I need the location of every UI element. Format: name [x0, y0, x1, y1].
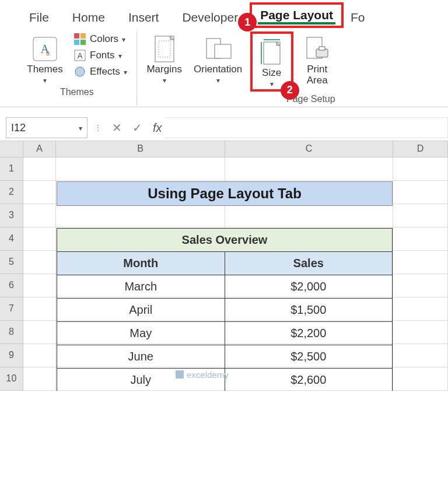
col-head-C[interactable]: C — [225, 141, 393, 157]
watermark: exceldemy — [175, 370, 229, 380]
name-box[interactable]: I12 ▾ — [6, 117, 88, 138]
orientation-icon — [204, 34, 232, 64]
row-head[interactable]: 6 — [0, 274, 23, 297]
margins-icon — [150, 34, 178, 64]
col-head-B[interactable]: B — [56, 141, 225, 157]
cancel-icon[interactable]: ✕ — [110, 121, 124, 135]
tab-page-layout[interactable]: Page Layout — [256, 6, 338, 24]
tab-file[interactable]: File — [18, 6, 61, 28]
row-head[interactable]: 10 — [0, 367, 23, 391]
group-page-setup: Margins ▾ Orientation ▾ 2 Size ▾ — [137, 31, 344, 106]
tab-home[interactable]: Home — [61, 6, 117, 28]
chevron-down-icon: ▾ — [122, 36, 125, 44]
fonts-label: Fonts — [90, 50, 115, 61]
callout-2: 2 — [281, 81, 299, 100]
svg-rect-4 — [80, 33, 86, 38]
worksheet: A B C D 1 2 3 4 5 6 7 8 9 10 Using Page … — [0, 141, 448, 391]
chevron-down-icon: ▾ — [118, 52, 122, 60]
effects-button[interactable]: Effects ▾ — [70, 64, 131, 79]
svg-text:A: A — [78, 51, 83, 60]
fx-icon[interactable]: fx — [150, 121, 164, 135]
svg-rect-20 — [176, 370, 184, 379]
margins-label: Margins — [146, 64, 181, 75]
row-head[interactable]: 8 — [0, 321, 23, 344]
dots-icon: ⋮ — [92, 124, 104, 132]
col-head-D[interactable]: D — [393, 141, 448, 157]
name-box-value: I12 — [11, 122, 26, 134]
group-themes: Aa Themes ▾ Colors ▾ A Fonts — [18, 31, 137, 106]
svg-rect-19 — [319, 47, 325, 50]
col-head-A[interactable]: A — [23, 141, 56, 157]
svg-text:a: a — [46, 48, 50, 57]
print-area-button[interactable]: Print Area — [297, 31, 338, 86]
size-icon — [258, 37, 286, 68]
tab-formulas-partial[interactable]: Fo — [344, 6, 377, 28]
svg-rect-3 — [74, 33, 79, 38]
formula-bar: I12 ▾ ⋮ ✕ ✓ fx — [0, 115, 448, 141]
fonts-button[interactable]: A Fonts ▾ — [70, 48, 131, 63]
themes-icon: Aa — [31, 34, 59, 64]
table-row: March$2,000 — [57, 275, 393, 298]
colors-icon — [74, 33, 86, 45]
themes-label: Themes — [27, 64, 62, 75]
row-head[interactable]: 5 — [0, 251, 23, 274]
colors-label: Colors — [90, 33, 118, 45]
svg-rect-10 — [155, 36, 174, 62]
col-sales: Sales — [225, 251, 393, 275]
themes-button[interactable]: Aa Themes ▾ — [23, 31, 66, 85]
svg-rect-6 — [80, 40, 86, 45]
row-head[interactable]: 1 — [0, 157, 23, 181]
row-head[interactable]: 7 — [0, 297, 23, 321]
group-themes-label: Themes — [60, 87, 94, 97]
svg-point-9 — [75, 67, 85, 76]
svg-rect-13 — [215, 44, 231, 58]
col-month: Month — [57, 251, 225, 275]
tab-insert[interactable]: Insert — [117, 6, 171, 28]
chevron-down-icon: ▾ — [270, 80, 274, 88]
banner-title: Using Page Layout Tab — [57, 181, 393, 206]
chevron-down-icon: ▾ — [79, 124, 82, 132]
formula-input[interactable] — [164, 117, 448, 138]
size-label: Size — [262, 68, 281, 79]
row-head[interactable]: 9 — [0, 344, 23, 367]
effects-icon — [74, 65, 86, 78]
confirm-icon[interactable]: ✓ — [130, 121, 145, 135]
chevron-down-icon: ▾ — [124, 68, 127, 76]
chevron-down-icon: ▾ — [43, 76, 47, 85]
svg-rect-5 — [74, 40, 79, 45]
row-head[interactable]: 2 — [0, 181, 23, 204]
row-head[interactable]: 3 — [0, 204, 23, 227]
table-row: May$2,200 — [57, 321, 393, 345]
effects-label: Effects — [90, 66, 120, 78]
table-row: April$1,500 — [57, 298, 393, 321]
orientation-button[interactable]: Orientation ▾ — [190, 31, 247, 85]
row-head[interactable]: 4 — [0, 227, 23, 251]
table-row: June$2,500 — [57, 345, 393, 368]
chevron-down-icon: ▾ — [163, 76, 166, 85]
table-title: Sales Overview — [57, 228, 393, 251]
margins-button[interactable]: Margins ▾ — [143, 31, 186, 85]
callout-1: 1 — [238, 13, 257, 31]
print-area-icon — [303, 34, 331, 64]
ribbon: Aa Themes ▾ Colors ▾ A Fonts — [0, 28, 448, 107]
chevron-down-icon: ▾ — [216, 76, 220, 85]
select-all-corner[interactable] — [0, 141, 23, 157]
colors-button[interactable]: Colors ▾ — [70, 31, 131, 47]
print-area-label: Print Area — [307, 64, 328, 86]
orientation-label: Orientation — [194, 64, 242, 75]
size-button[interactable]: Size ▾ — [254, 35, 290, 88]
ribbon-tabs: File Home Insert Developer 1 Page Layout… — [0, 0, 448, 28]
sales-table: Sales Overview Month Sales March$2,000 A… — [57, 228, 393, 391]
fonts-icon: A — [74, 49, 86, 62]
